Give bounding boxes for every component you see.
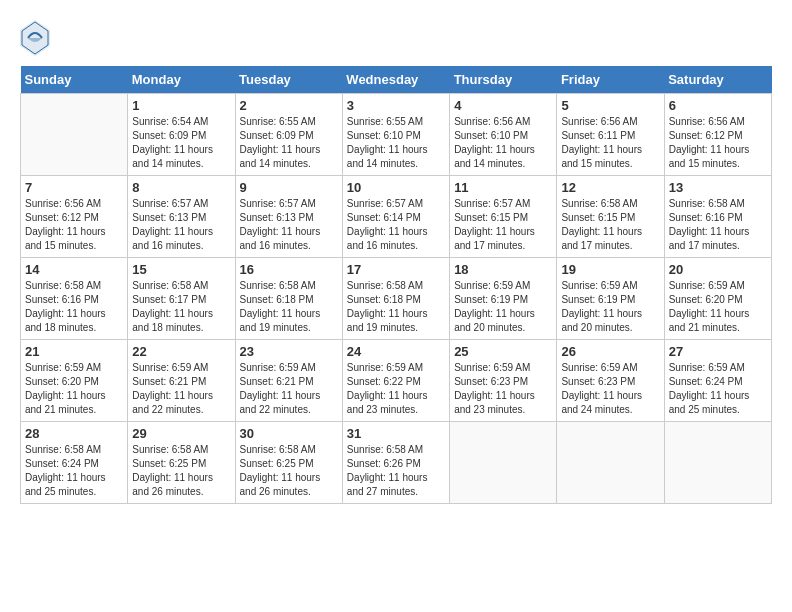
day-info: Sunrise: 6:59 AMSunset: 6:20 PMDaylight:… <box>25 361 123 417</box>
calendar-cell: 15Sunrise: 6:58 AMSunset: 6:17 PMDayligh… <box>128 258 235 340</box>
day-number: 27 <box>669 344 767 359</box>
day-number: 23 <box>240 344 338 359</box>
day-info: Sunrise: 6:58 AMSunset: 6:25 PMDaylight:… <box>240 443 338 499</box>
calendar-cell: 16Sunrise: 6:58 AMSunset: 6:18 PMDayligh… <box>235 258 342 340</box>
calendar-cell: 23Sunrise: 6:59 AMSunset: 6:21 PMDayligh… <box>235 340 342 422</box>
calendar-week-row: 1Sunrise: 6:54 AMSunset: 6:09 PMDaylight… <box>21 94 772 176</box>
day-info: Sunrise: 6:56 AMSunset: 6:12 PMDaylight:… <box>669 115 767 171</box>
day-number: 30 <box>240 426 338 441</box>
calendar-cell: 12Sunrise: 6:58 AMSunset: 6:15 PMDayligh… <box>557 176 664 258</box>
calendar-day-header: Tuesday <box>235 66 342 94</box>
day-number: 9 <box>240 180 338 195</box>
day-info: Sunrise: 6:58 AMSunset: 6:25 PMDaylight:… <box>132 443 230 499</box>
calendar-week-row: 21Sunrise: 6:59 AMSunset: 6:20 PMDayligh… <box>21 340 772 422</box>
day-info: Sunrise: 6:58 AMSunset: 6:18 PMDaylight:… <box>240 279 338 335</box>
calendar-cell: 10Sunrise: 6:57 AMSunset: 6:14 PMDayligh… <box>342 176 449 258</box>
logo <box>20 20 54 56</box>
day-info: Sunrise: 6:56 AMSunset: 6:12 PMDaylight:… <box>25 197 123 253</box>
calendar-cell: 29Sunrise: 6:58 AMSunset: 6:25 PMDayligh… <box>128 422 235 504</box>
page-header <box>20 20 772 56</box>
day-info: Sunrise: 6:55 AMSunset: 6:09 PMDaylight:… <box>240 115 338 171</box>
calendar-cell: 4Sunrise: 6:56 AMSunset: 6:10 PMDaylight… <box>450 94 557 176</box>
day-info: Sunrise: 6:58 AMSunset: 6:17 PMDaylight:… <box>132 279 230 335</box>
day-info: Sunrise: 6:57 AMSunset: 6:15 PMDaylight:… <box>454 197 552 253</box>
calendar-header-row: SundayMondayTuesdayWednesdayThursdayFrid… <box>21 66 772 94</box>
calendar-cell: 17Sunrise: 6:58 AMSunset: 6:18 PMDayligh… <box>342 258 449 340</box>
calendar-cell: 26Sunrise: 6:59 AMSunset: 6:23 PMDayligh… <box>557 340 664 422</box>
calendar-cell: 25Sunrise: 6:59 AMSunset: 6:23 PMDayligh… <box>450 340 557 422</box>
calendar-cell: 6Sunrise: 6:56 AMSunset: 6:12 PMDaylight… <box>664 94 771 176</box>
day-number: 16 <box>240 262 338 277</box>
calendar-cell: 1Sunrise: 6:54 AMSunset: 6:09 PMDaylight… <box>128 94 235 176</box>
day-number: 3 <box>347 98 445 113</box>
calendar-cell: 18Sunrise: 6:59 AMSunset: 6:19 PMDayligh… <box>450 258 557 340</box>
calendar-week-row: 28Sunrise: 6:58 AMSunset: 6:24 PMDayligh… <box>21 422 772 504</box>
day-info: Sunrise: 6:59 AMSunset: 6:21 PMDaylight:… <box>132 361 230 417</box>
calendar-cell: 14Sunrise: 6:58 AMSunset: 6:16 PMDayligh… <box>21 258 128 340</box>
day-number: 8 <box>132 180 230 195</box>
day-number: 24 <box>347 344 445 359</box>
day-info: Sunrise: 6:59 AMSunset: 6:21 PMDaylight:… <box>240 361 338 417</box>
day-number: 11 <box>454 180 552 195</box>
day-number: 19 <box>561 262 659 277</box>
day-number: 12 <box>561 180 659 195</box>
day-info: Sunrise: 6:59 AMSunset: 6:22 PMDaylight:… <box>347 361 445 417</box>
day-info: Sunrise: 6:57 AMSunset: 6:13 PMDaylight:… <box>240 197 338 253</box>
day-info: Sunrise: 6:59 AMSunset: 6:23 PMDaylight:… <box>561 361 659 417</box>
day-number: 21 <box>25 344 123 359</box>
day-info: Sunrise: 6:56 AMSunset: 6:10 PMDaylight:… <box>454 115 552 171</box>
day-info: Sunrise: 6:57 AMSunset: 6:13 PMDaylight:… <box>132 197 230 253</box>
calendar-cell: 28Sunrise: 6:58 AMSunset: 6:24 PMDayligh… <box>21 422 128 504</box>
day-number: 13 <box>669 180 767 195</box>
day-number: 6 <box>669 98 767 113</box>
calendar-cell: 8Sunrise: 6:57 AMSunset: 6:13 PMDaylight… <box>128 176 235 258</box>
calendar-cell: 11Sunrise: 6:57 AMSunset: 6:15 PMDayligh… <box>450 176 557 258</box>
calendar-cell: 21Sunrise: 6:59 AMSunset: 6:20 PMDayligh… <box>21 340 128 422</box>
day-info: Sunrise: 6:59 AMSunset: 6:19 PMDaylight:… <box>561 279 659 335</box>
day-number: 29 <box>132 426 230 441</box>
calendar-cell: 27Sunrise: 6:59 AMSunset: 6:24 PMDayligh… <box>664 340 771 422</box>
day-number: 7 <box>25 180 123 195</box>
day-number: 28 <box>25 426 123 441</box>
day-number: 22 <box>132 344 230 359</box>
day-info: Sunrise: 6:58 AMSunset: 6:16 PMDaylight:… <box>669 197 767 253</box>
day-number: 14 <box>25 262 123 277</box>
day-number: 18 <box>454 262 552 277</box>
calendar-cell: 24Sunrise: 6:59 AMSunset: 6:22 PMDayligh… <box>342 340 449 422</box>
day-info: Sunrise: 6:59 AMSunset: 6:23 PMDaylight:… <box>454 361 552 417</box>
calendar-day-header: Saturday <box>664 66 771 94</box>
calendar-week-row: 14Sunrise: 6:58 AMSunset: 6:16 PMDayligh… <box>21 258 772 340</box>
calendar-cell: 30Sunrise: 6:58 AMSunset: 6:25 PMDayligh… <box>235 422 342 504</box>
calendar-cell <box>557 422 664 504</box>
calendar-cell: 19Sunrise: 6:59 AMSunset: 6:19 PMDayligh… <box>557 258 664 340</box>
day-number: 25 <box>454 344 552 359</box>
calendar-table: SundayMondayTuesdayWednesdayThursdayFrid… <box>20 66 772 504</box>
calendar-cell <box>21 94 128 176</box>
day-number: 10 <box>347 180 445 195</box>
logo-icon <box>20 20 50 56</box>
day-info: Sunrise: 6:58 AMSunset: 6:26 PMDaylight:… <box>347 443 445 499</box>
day-info: Sunrise: 6:59 AMSunset: 6:24 PMDaylight:… <box>669 361 767 417</box>
day-number: 2 <box>240 98 338 113</box>
calendar-day-header: Thursday <box>450 66 557 94</box>
calendar-day-header: Monday <box>128 66 235 94</box>
day-info: Sunrise: 6:54 AMSunset: 6:09 PMDaylight:… <box>132 115 230 171</box>
day-number: 4 <box>454 98 552 113</box>
day-info: Sunrise: 6:58 AMSunset: 6:24 PMDaylight:… <box>25 443 123 499</box>
day-info: Sunrise: 6:59 AMSunset: 6:20 PMDaylight:… <box>669 279 767 335</box>
calendar-cell: 9Sunrise: 6:57 AMSunset: 6:13 PMDaylight… <box>235 176 342 258</box>
day-number: 1 <box>132 98 230 113</box>
calendar-day-header: Wednesday <box>342 66 449 94</box>
calendar-cell <box>450 422 557 504</box>
calendar-cell: 31Sunrise: 6:58 AMSunset: 6:26 PMDayligh… <box>342 422 449 504</box>
day-number: 5 <box>561 98 659 113</box>
calendar-cell: 3Sunrise: 6:55 AMSunset: 6:10 PMDaylight… <box>342 94 449 176</box>
day-info: Sunrise: 6:55 AMSunset: 6:10 PMDaylight:… <box>347 115 445 171</box>
calendar-day-header: Friday <box>557 66 664 94</box>
day-info: Sunrise: 6:58 AMSunset: 6:15 PMDaylight:… <box>561 197 659 253</box>
calendar-cell: 2Sunrise: 6:55 AMSunset: 6:09 PMDaylight… <box>235 94 342 176</box>
day-info: Sunrise: 6:56 AMSunset: 6:11 PMDaylight:… <box>561 115 659 171</box>
day-number: 17 <box>347 262 445 277</box>
calendar-cell <box>664 422 771 504</box>
day-info: Sunrise: 6:59 AMSunset: 6:19 PMDaylight:… <box>454 279 552 335</box>
